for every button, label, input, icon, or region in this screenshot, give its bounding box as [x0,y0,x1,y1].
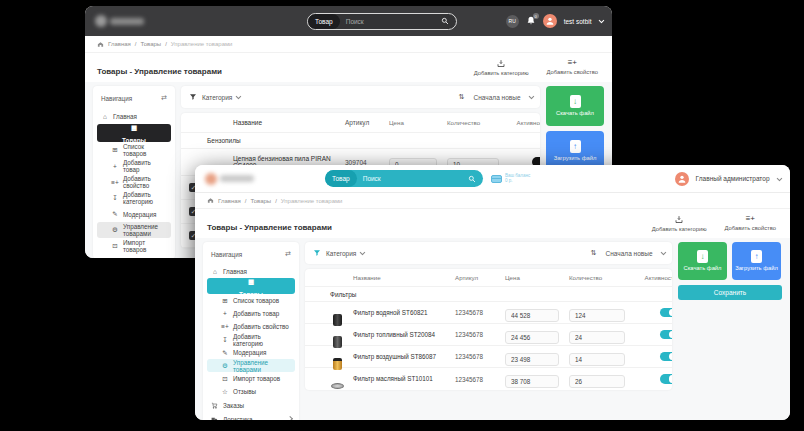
col-active: Активность [509,119,540,126]
product-sku: 12345678 [455,309,505,316]
breadcrumb-products[interactable]: Товары [251,198,272,204]
sidebar-item-moderation[interactable]: ✎Модерация [207,346,295,359]
file-download-icon: ↓ [697,250,708,263]
sidebar-item-add-category[interactable]: ↧Добавить категорию [207,333,295,346]
download-file-button[interactable]: ↓ Скачать файл [678,242,727,280]
search-icon[interactable] [441,17,456,25]
add-category-button[interactable]: Добавить категорию [474,59,529,76]
active-toggle[interactable] [660,374,672,384]
col-qty: Количество [447,119,509,126]
product-name[interactable]: Фильтр водяной ST60821 [353,309,455,316]
sort-icon[interactable]: ⇅ [591,249,597,257]
search-category-chip[interactable]: Товар [325,170,357,187]
price-input[interactable] [505,375,559,388]
chevron-down-icon[interactable] [660,250,665,255]
chevron-down-icon[interactable] [528,94,533,99]
sidebar-item-products[interactable]: ▦ Товары [207,278,295,294]
sidebar-item-manage-products[interactable]: ⚙Управление товарами [97,222,171,238]
sidebar-item-import-products[interactable]: ⊡Импорт товаров [97,238,171,254]
category-filter[interactable]: Категория [326,250,356,257]
sidebar-item-logistics[interactable]: Логистика [207,412,295,420]
table-row: Фильтр водяной ST60821 12345678 [305,302,672,324]
product-name[interactable]: Фильтр топливный ST20084 [353,331,455,338]
breadcrumb-products[interactable]: Товары [141,41,162,47]
sidebar-item-add-category[interactable]: ↧Добавить категорию [97,190,171,206]
chevron-down-icon[interactable] [360,250,365,255]
quantity-input[interactable] [569,353,625,366]
balance-value: 0 р. [505,179,530,184]
product-name[interactable]: Фильтр воздушный ST86087 [353,353,455,360]
quantity-input[interactable] [569,331,625,344]
sidebar-item-add-property[interactable]: ≡+Добавить свойство [97,174,171,190]
breadcrumb-current: Управление товарами [281,198,343,204]
app-logo [95,14,149,28]
product-sku: 12345678 [455,376,505,383]
price-input[interactable] [505,353,559,366]
price-input[interactable] [505,309,559,322]
save-button[interactable]: Сохранить [678,285,782,300]
balance-widget[interactable]: Ваш баланс 0 р. [491,174,530,183]
search-icon[interactable] [468,175,483,183]
filter-funnel-icon[interactable] [189,93,197,101]
home-icon[interactable] [97,41,104,48]
search-bar[interactable]: Товар Поиск [325,170,483,187]
chevron-down-icon[interactable] [598,18,603,23]
add-property-button[interactable]: ≡+ Добавить свойство [547,59,598,76]
add-category-icon [674,215,684,224]
sidebar-item-import-products[interactable]: ⊡Импорт товаров [207,372,295,385]
star-icon: ☆ [221,388,229,396]
file-upload-icon: ↑ [570,140,581,153]
notifications-bell-icon[interactable]: 0 [526,16,536,26]
active-toggle[interactable] [660,308,672,318]
language-switcher[interactable]: RU [506,15,519,28]
gear-icon: ⚙ [221,362,229,370]
home-icon[interactable] [207,197,214,204]
search-input[interactable]: Поиск [357,175,468,182]
active-toggle[interactable] [660,352,672,362]
front-topbar: Товар Поиск Ваш баланс 0 р. Главный адми… [195,165,790,193]
sidebar-item-product-list[interactable]: ⊞Список товаров [97,142,171,158]
chevron-down-icon[interactable] [236,94,241,99]
user-menu[interactable]: Главный администратор [696,175,770,182]
breadcrumb-home[interactable]: Главная [108,41,131,47]
sort-icon[interactable]: ⇅ [459,93,465,101]
search-category-chip[interactable]: Товар [308,14,340,29]
category-filter[interactable]: Категория [202,94,232,101]
sidebar-item-reviews[interactable]: ☆Отзывы [207,385,295,398]
active-toggle[interactable] [660,330,672,340]
sidebar-item-products[interactable]: ▦ Товары [97,124,171,142]
sort-select[interactable]: Сначала новые [474,94,521,101]
filter-funnel-icon[interactable] [313,249,321,257]
sidebar-item-home[interactable]: ⌂ Главная [207,264,295,278]
add-category-button[interactable]: Добавить категорию [652,215,707,232]
quantity-input[interactable] [569,309,625,322]
product-name[interactable]: Фильтр масляный ST10101 [353,375,455,382]
sidebar-item-add-product[interactable]: +Добавить товар [207,307,295,320]
front-filter-bar: Категория ⇅ Сначала новые [305,242,672,264]
sidebar-item-moderation[interactable]: ✎Модерация [97,206,171,222]
user-avatar[interactable] [675,172,689,186]
edit-icon: ✎ [221,349,229,357]
breadcrumb-home[interactable]: Главная [218,198,241,204]
sort-select[interactable]: Сначала новые [606,250,653,257]
search-bar[interactable]: Товар Поиск [307,13,457,30]
truck-icon [211,416,219,421]
quantity-input[interactable] [569,375,625,388]
sidebar-item-manage-products[interactable]: ⚙Управление товарами [207,359,295,372]
collapse-sidebar-icon[interactable]: ⇄ [285,250,291,258]
user-menu[interactable]: test sotbit [564,18,592,25]
upload-file-button[interactable]: ↑ Загрузить файл [732,242,781,280]
col-name: Название [233,119,345,127]
sidebar-item-home[interactable]: ⌂ Главная [97,108,171,124]
search-input[interactable]: Поиск [340,18,441,25]
sidebar-item-add-property[interactable]: ≡+Добавить свойство [207,320,295,333]
add-property-button[interactable]: ≡+ Добавить свойство [725,215,776,232]
sidebar-title: Навигация [211,251,242,258]
user-avatar[interactable] [543,14,557,28]
collapse-sidebar-icon[interactable]: ⇄ [161,94,167,102]
download-file-button[interactable]: ↓ Скачать файл [546,86,604,126]
chevron-down-icon[interactable] [776,175,781,180]
sidebar-item-orders[interactable]: Заказы [207,398,295,412]
sidebar-item-add-product[interactable]: +Добавить товар [97,158,171,174]
price-input[interactable] [505,331,559,344]
